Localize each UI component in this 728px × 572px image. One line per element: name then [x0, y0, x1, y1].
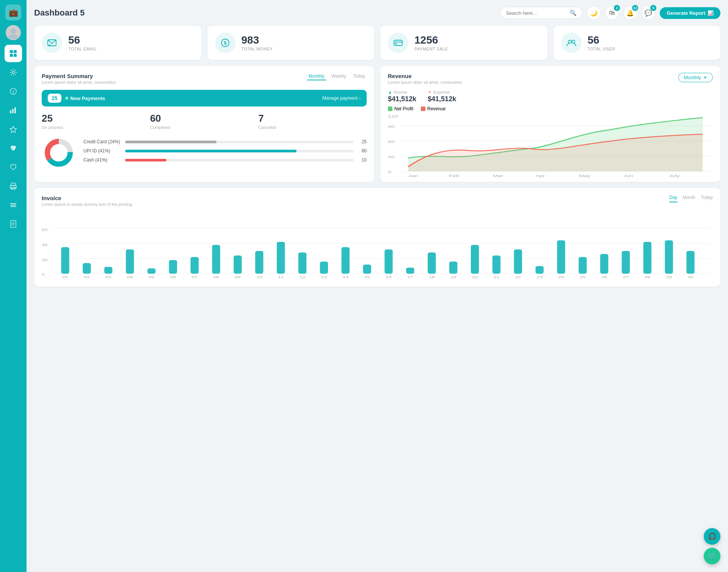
- svg-rect-94: [406, 268, 414, 274]
- notification-btn[interactable]: 🔔 12: [623, 6, 637, 20]
- bell-icon: 🔔: [626, 9, 634, 17]
- svg-text:28: 28: [645, 275, 650, 278]
- payment-tabs: Monthly Weekly Today: [307, 73, 367, 80]
- invoice-title: Invoice: [42, 195, 132, 201]
- manage-payment-link[interactable]: Manage payment ›: [322, 96, 361, 101]
- payment-methods-bars: Credit Card (24%) 25 UPI ID (41%) 60: [83, 139, 367, 166]
- sidebar-item-docs[interactable]: [5, 215, 22, 233]
- svg-text:Apr: Apr: [535, 174, 545, 178]
- svg-text:14: 14: [343, 275, 349, 278]
- invoice-bar-chart: 0 20 40 60 01020304050607080910111213141…: [42, 212, 713, 278]
- svg-text:60: 60: [388, 140, 395, 144]
- stat-info-email: 56 TOTAL EMAIL: [68, 34, 97, 52]
- payment-bar-cash: Cash (41%) 10: [83, 157, 367, 163]
- svg-text:$: $: [224, 40, 227, 46]
- svg-text:02: 02: [84, 275, 89, 278]
- invoice-tab-month[interactable]: Month: [683, 195, 695, 202]
- fab-group: 🎧 🛒: [704, 528, 720, 564]
- new-payments-left: 25 New Payments: [48, 94, 105, 103]
- svg-text:90: 90: [388, 125, 395, 129]
- payment-subtitle: Lorem ipsum dolor sit amet, consectetur: [42, 80, 116, 85]
- completed-item: 60 Completed: [150, 113, 259, 130]
- invoice-section: Invoice Lorem ipsum is simply dummy text…: [34, 188, 720, 287]
- tab-weekly[interactable]: Weekly: [330, 73, 348, 80]
- sidebar-avatar[interactable]: [6, 25, 21, 40]
- new-payments-count: 25: [48, 94, 61, 103]
- svg-text:27: 27: [623, 275, 629, 278]
- svg-rect-90: [363, 265, 371, 274]
- svg-rect-5: [14, 54, 17, 57]
- payment-summary-panel: Payment Summary Lorem ipsum dolor sit am…: [34, 66, 374, 182]
- search-input[interactable]: [506, 10, 566, 16]
- svg-rect-84: [298, 252, 306, 274]
- email-label: TOTAL EMAIL: [68, 47, 97, 51]
- sidebar-item-settings[interactable]: [5, 64, 22, 81]
- svg-marker-12: [10, 126, 17, 133]
- expense-icon: ▼: [428, 90, 432, 94]
- cash-fill: [125, 159, 166, 161]
- svg-text:03: 03: [105, 275, 111, 278]
- cash-val: 10: [358, 157, 367, 163]
- legend-revenue: Revenue: [421, 106, 446, 111]
- svg-text:01: 01: [62, 275, 68, 278]
- sidebar-item-print[interactable]: [5, 177, 22, 195]
- svg-text:40: 40: [42, 243, 47, 246]
- generate-report-button[interactable]: Generate Report 📊: [660, 7, 720, 19]
- chat-icon: 💬: [645, 9, 652, 17]
- upi-val: 60: [358, 148, 367, 154]
- invoice-tab-today[interactable]: Today: [701, 195, 713, 202]
- expense-stat: ▼ Expense $41,512k: [428, 90, 456, 103]
- svg-text:22: 22: [515, 275, 521, 278]
- svg-rect-80: [255, 251, 263, 274]
- tab-today[interactable]: Today: [351, 73, 367, 80]
- svg-text:25: 25: [580, 275, 585, 278]
- svg-text:Mar: Mar: [493, 174, 504, 178]
- theme-toggle-btn[interactable]: 🌙: [587, 6, 601, 20]
- credit-fill: [125, 141, 217, 143]
- sidebar-logo[interactable]: 💼: [5, 5, 21, 20]
- revenue-monthly-dropdown[interactable]: Monthly ▼: [678, 73, 713, 82]
- revenue-header: Revenue Lorem ipsum dolor sit amet, cons…: [388, 73, 713, 85]
- svg-rect-76: [212, 245, 220, 274]
- search-box[interactable]: 🔍: [500, 7, 582, 19]
- sidebar-item-heart2[interactable]: [5, 158, 22, 176]
- messages-btn[interactable]: 💬 5: [642, 6, 655, 20]
- svg-text:20: 20: [472, 275, 478, 278]
- sidebar-item-analytics[interactable]: [5, 102, 22, 119]
- svg-rect-102: [493, 255, 500, 274]
- sidebar-item-star[interactable]: [5, 121, 22, 138]
- sidebar-item-heart[interactable]: [5, 139, 22, 157]
- tab-monthly[interactable]: Monthly: [307, 73, 326, 80]
- stat-info-payment: 1256 PAYMENT SALE: [414, 34, 448, 52]
- cart-fab[interactable]: 🛒: [704, 548, 720, 564]
- svg-rect-92: [384, 249, 392, 274]
- support-fab[interactable]: 🎧: [704, 528, 720, 545]
- shopping-icon-btn[interactable]: 🛍 2: [605, 6, 619, 20]
- svg-text:0: 0: [42, 272, 45, 276]
- revenue-tab-monthly: Monthly: [684, 75, 701, 80]
- svg-rect-78: [234, 255, 242, 274]
- svg-rect-98: [449, 262, 457, 274]
- headset-icon: 🎧: [708, 532, 716, 541]
- svg-rect-29: [394, 40, 402, 45]
- svg-rect-104: [514, 249, 522, 274]
- revenue-chart: 0 30 60 90 120 Jan Feb Mar Apr May: [388, 114, 713, 175]
- svg-text:26: 26: [601, 275, 607, 278]
- sidebar-item-info[interactable]: i: [5, 83, 22, 100]
- invoice-tab-day[interactable]: Day: [669, 195, 677, 202]
- svg-rect-11: [14, 107, 16, 113]
- upi-fill: [125, 150, 297, 152]
- upi-label: UPI ID (41%): [83, 148, 121, 154]
- sidebar-item-list[interactable]: [5, 196, 22, 214]
- sidebar-item-dashboard[interactable]: [5, 45, 22, 62]
- svg-text:09: 09: [235, 275, 240, 278]
- svg-rect-108: [557, 240, 565, 274]
- chat-badge: 5: [650, 5, 656, 11]
- svg-text:17: 17: [407, 275, 413, 278]
- svg-rect-3: [14, 50, 17, 53]
- svg-rect-74: [191, 257, 199, 274]
- payment-number: 1256: [414, 34, 448, 46]
- header: Dashboard 5 🔍 🌙 🛍 2 🔔 12 💬 5 Gen: [34, 6, 720, 20]
- on-process-label: On process: [42, 125, 150, 130]
- income-label: ▲ Income: [388, 90, 416, 94]
